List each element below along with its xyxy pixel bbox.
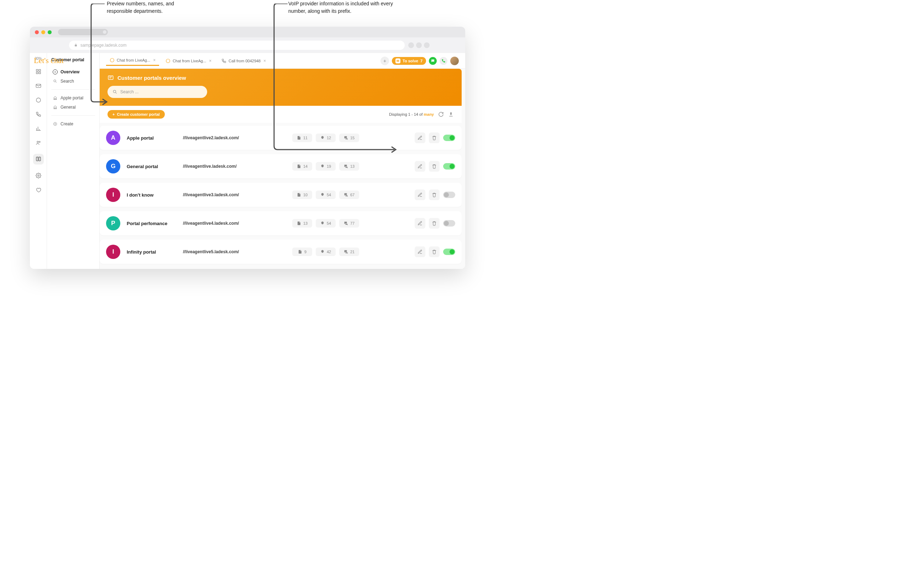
portal-avatar: I [106,188,120,202]
delete-button[interactable] [429,247,440,257]
document-icon [297,164,301,168]
window-close-button[interactable] [35,30,39,34]
document-icon [297,193,301,197]
browser-action-1[interactable] [408,42,414,48]
browser-action-2[interactable] [416,42,422,48]
tab-2[interactable]: Call from 0042948× [218,56,270,66]
edit-icon [417,221,423,226]
tab-close-icon[interactable]: × [153,58,156,63]
trash-icon [432,193,437,197]
upload-button[interactable] [448,111,454,117]
sidebar-overview[interactable]: Overview [51,67,95,77]
portal-url: //liveagentlive5.ladesk.com/ [183,249,286,254]
brand-logo: Let's chat [34,56,64,65]
sidebar-apple-portal[interactable]: Apple portal [51,93,95,102]
search-input[interactable]: Search ... [108,86,207,98]
to-solve-label: To solve [402,59,418,63]
portal-row[interactable]: AApple portal//liveagentlive2.ladesk.com… [100,126,462,150]
mail-icon[interactable] [35,83,42,89]
lightbulb-icon [320,250,325,254]
edit-button[interactable] [415,161,425,171]
sidebar-general[interactable]: General [51,102,95,112]
heart-icon[interactable] [35,186,42,193]
portal-avatar: I [106,245,120,259]
tabs-row: Chat from LiveAg...×Chat from LiveAg...×… [100,53,465,69]
portal-name: Apple portal [127,135,177,141]
sidebar-create[interactable]: Create [51,119,95,129]
enable-toggle[interactable] [443,163,455,170]
dashboard-icon[interactable] [35,68,42,75]
trash-icon [432,221,437,226]
add-button[interactable]: + [381,57,389,65]
forum-icon [344,193,348,197]
url-text: samplepage.ladesk.com [81,43,126,48]
delete-button[interactable] [429,161,440,171]
edit-button[interactable] [415,132,425,143]
portal-name: Infinity portal [127,249,177,255]
browser-action-3[interactable] [424,42,430,48]
edit-icon [417,164,423,169]
portal-row[interactable]: GGeneral portal//liveagentlive.ladesk.co… [100,154,462,179]
portal-url: //liveagentlive3.ladesk.com/ [183,193,286,197]
sidebar-search[interactable]: Search [51,77,95,86]
plus-icon: + [112,112,115,116]
portal-row[interactable]: IInfinity portal//liveagentlive5.ladesk.… [100,240,462,264]
window-maximize-button[interactable] [48,30,52,34]
chat-icon[interactable] [35,97,42,103]
refresh-button[interactable] [438,111,444,117]
enable-toggle[interactable] [443,192,455,198]
delete-button[interactable] [429,132,440,143]
forum-icon [344,221,348,226]
edit-button[interactable] [415,218,425,229]
delete-button[interactable] [429,218,440,229]
stats-icon[interactable] [35,125,42,132]
users-icon[interactable] [35,140,42,146]
enable-toggle[interactable] [443,248,455,255]
to-solve-count: 7 [420,59,423,63]
portal-avatar: A [106,131,120,145]
displaying-text: Displaying 1 - 14 of many [389,112,434,116]
stat-ideas: 54 [316,219,336,227]
portal-row[interactable]: II don't know//liveagentlive3.ladesk.com… [100,183,462,207]
tab-label: Chat from LiveAg... [172,59,206,63]
settings-icon[interactable] [35,172,42,179]
trash-icon [432,135,437,140]
annotation-right: VoIP provider information is included wi… [288,0,402,15]
header-chat-button[interactable] [429,57,437,65]
delete-button[interactable] [429,190,440,200]
browser-tab[interactable] [58,29,108,35]
search-icon [52,79,58,84]
edit-button[interactable] [415,190,425,200]
knowledge-icon[interactable] [33,154,44,164]
tab-close-icon[interactable]: × [209,59,212,63]
svg-point-6 [37,141,39,143]
window-minimize-button[interactable] [41,30,45,34]
enable-toggle[interactable] [443,135,455,141]
sidebar: Customer portal Overview Search Apple po… [47,53,100,269]
sidebar-general-label: General [60,105,76,110]
tab-close-icon[interactable]: × [263,59,266,63]
phone-icon[interactable] [35,111,42,117]
tab-1[interactable]: Chat from LiveAg...× [162,56,215,66]
portal-row[interactable]: PPortal perfomance//liveagentlive4.lades… [100,211,462,235]
url-field[interactable]: samplepage.ladesk.com [69,41,405,50]
create-portal-button[interactable]: + Create customer portal [108,110,165,119]
svg-rect-3 [39,72,40,74]
edit-icon [417,193,423,197]
stat-forum: 15 [339,134,359,142]
header-phone-button[interactable] [440,57,447,65]
to-solve-badge[interactable]: ✉ To solve 7 [392,57,426,65]
chat-icon [110,58,115,63]
hero-panel: Customer portals overview Search ... [100,69,462,106]
edit-button[interactable] [415,247,425,257]
svg-rect-0 [36,69,38,71]
stat-forum: 21 [339,248,359,256]
tab-0[interactable]: Chat from LiveAg...× [106,56,159,66]
portal-name: Portal perfomance [127,221,177,226]
main-panel: Chat from LiveAg...×Chat from LiveAg...×… [100,53,465,269]
portal-stats: 111215 [292,134,359,142]
svg-point-15 [113,90,116,93]
user-avatar[interactable] [450,57,459,65]
enable-toggle[interactable] [443,220,455,227]
trash-icon [432,164,437,169]
